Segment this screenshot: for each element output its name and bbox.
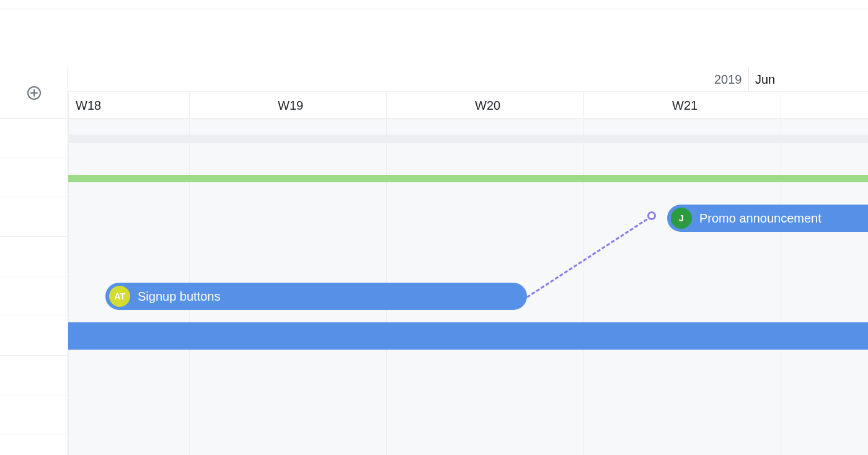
week-row: W18 W19 W20 W21 W: [68, 92, 868, 119]
sidebar-row[interactable]: [0, 197, 68, 237]
sidebar-header: [0, 67, 68, 119]
task-label: Promo announcement: [699, 211, 822, 226]
plus-circle-icon: [27, 86, 42, 100]
add-item-button[interactable]: [26, 85, 42, 101]
week-label: W18: [68, 92, 101, 119]
sidebar-row[interactable]: [0, 119, 68, 157]
task-label: Signup buttons: [138, 289, 220, 304]
week-label: W20: [467, 92, 500, 119]
grid-line: [781, 119, 781, 455]
timeline-header: 2019 Jun W18 W19 W20 W21 W: [68, 67, 868, 119]
task-sidebar: [0, 119, 68, 455]
grid-line: [583, 119, 584, 455]
dependency-line: [526, 216, 652, 298]
sidebar-row[interactable]: [0, 157, 68, 197]
dependency-endpoint[interactable]: [647, 211, 656, 220]
task-bar-full[interactable]: [68, 322, 868, 350]
week-label: W21: [665, 92, 698, 119]
week-label: W: [862, 92, 868, 119]
sidebar-row[interactable]: [0, 395, 68, 435]
task-bar-promo[interactable]: J Promo announcement: [667, 205, 868, 232]
task-bar-signup[interactable]: AT Signup buttons: [105, 283, 527, 310]
avatar-initials: J: [679, 213, 684, 223]
avatar-initials: AT: [114, 291, 125, 301]
month-label: Jun: [749, 67, 775, 92]
avatar: J: [671, 208, 692, 229]
sidebar-row[interactable]: [0, 316, 68, 356]
top-divider: [0, 9, 868, 9]
avatar: AT: [109, 286, 130, 307]
sidebar-row[interactable]: [0, 237, 68, 276]
group-stripe[interactable]: [68, 175, 868, 182]
grid-line: [68, 119, 69, 455]
year-label: 2019: [714, 67, 750, 92]
sidebar-row[interactable]: [0, 276, 68, 316]
year-row: 2019 Jun: [68, 67, 868, 92]
week-label: W19: [270, 92, 303, 119]
sidebar-row[interactable]: [0, 356, 68, 395]
group-boundary-row: [68, 135, 868, 143]
timeline-canvas[interactable]: J Promo announcement AT Signup buttons: [68, 119, 868, 455]
